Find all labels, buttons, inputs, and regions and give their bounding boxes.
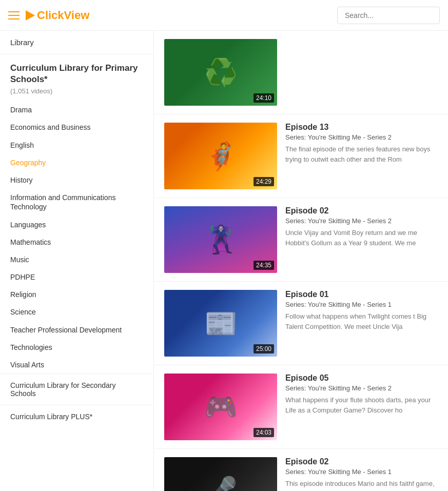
sidebar-item-english[interactable]: English: [10, 136, 143, 154]
sidebar-nav-list: DramaEconomics and BusinessEnglishGeogra…: [10, 101, 143, 374]
video-description: Uncle Vijay and Vomit Boy return and we …: [285, 228, 438, 248]
video-list: ♻️ 24:10 🦸 24:29 Episode 13 Series: You'…: [154, 31, 448, 491]
logo-text: ClickView: [37, 9, 89, 22]
sidebar-item-science[interactable]: Science: [10, 303, 143, 321]
menu-button[interactable]: [8, 11, 20, 19]
video-series: Series: You're Skitting Me - Series 2: [285, 217, 438, 225]
video-item: 🦹 24:35 Episode 02 Series: You're Skitti…: [154, 198, 448, 282]
video-item: ♻️ 24:10: [154, 31, 448, 114]
video-duration: 24:29: [254, 177, 274, 186]
search-input[interactable]: [337, 7, 440, 24]
video-duration: 25:00: [254, 344, 274, 353]
video-description: The final episode of the series features…: [285, 144, 438, 164]
logo-click: Click: [37, 9, 64, 22]
video-series: Series: You're Skitting Me - Series 1: [285, 301, 438, 308]
video-duration: 24:03: [254, 428, 274, 437]
header-left: ClickView: [8, 9, 89, 22]
sidebar-primary-section: Curriculum Library for Primary Schools* …: [0, 54, 153, 374]
video-title: Episode 13: [285, 123, 438, 132]
video-info: Episode 02 Series: You're Skitting Me - …: [277, 206, 438, 248]
video-info: Episode 01 Series: You're Skitting Me - …: [277, 290, 438, 331]
sidebar-item-technologies[interactable]: Technologies: [10, 339, 143, 356]
video-thumbnail[interactable]: 🦹 24:35: [164, 206, 277, 273]
video-title: Episode 01: [285, 290, 438, 299]
sidebar-item-music[interactable]: Music: [10, 251, 143, 268]
main-content: ♻️ 24:10 🦸 24:29 Episode 13 Series: You'…: [154, 31, 448, 491]
sidebar-secondary-link[interactable]: Curriculum Library for Secondary Schools: [0, 374, 153, 405]
video-duration: 24:10: [254, 93, 274, 103]
video-description: Follow what happens when Twilight comes …: [285, 311, 438, 331]
logo[interactable]: ClickView: [26, 9, 89, 22]
video-thumbnail[interactable]: 📰 25:00: [164, 290, 277, 357]
video-series: Series: You're Skitting Me - Series 1: [285, 468, 438, 476]
video-series: Series: You're Skitting Me - Series 2: [285, 133, 438, 141]
video-info: Episode 13 Series: You're Skitting Me - …: [277, 123, 438, 164]
video-title: Episode 05: [285, 374, 438, 383]
logo-view: View: [64, 9, 90, 22]
video-series: Series: You're Skitting Me - Series 2: [285, 384, 438, 392]
sidebar-item-tpd[interactable]: Teacher Professional Development: [10, 321, 143, 339]
video-description: This episode introduces Mario and his fa…: [285, 479, 438, 491]
sidebar-item-mathematics[interactable]: Mathematics: [10, 233, 143, 251]
video-thumbnail[interactable]: 🦸 24:29: [164, 123, 277, 189]
video-thumbnail[interactable]: 🎮 24:03: [164, 374, 277, 440]
video-description: What happens if your flute shoots darts,…: [285, 395, 438, 415]
logo-play-icon: [26, 10, 35, 21]
sidebar-primary-count: (1,051 videos): [10, 87, 143, 95]
sidebar-item-economics[interactable]: Economics and Business: [10, 119, 143, 136]
video-title: Episode 02: [285, 206, 438, 215]
sidebar-item-geography[interactable]: Geography: [10, 154, 143, 171]
video-thumbnail[interactable]: ♻️ 24:10: [164, 39, 277, 106]
sidebar-item-religion[interactable]: Religion: [10, 286, 143, 303]
video-duration: 24:35: [254, 261, 274, 270]
sidebar-primary-title: Curriculum Library for Primary Schools*: [10, 63, 143, 85]
sidebar-item-pdhpe[interactable]: PDHPE: [10, 268, 143, 286]
video-item: 🎮 24:03 Episode 05 Series: You're Skitti…: [154, 365, 448, 449]
sidebar-item-drama[interactable]: Drama: [10, 101, 143, 119]
video-info: Episode 02 Series: You're Skitting Me - …: [277, 457, 438, 491]
layout: Library Curriculum Library for Primary S…: [0, 31, 448, 491]
sidebar-item-languages[interactable]: Languages: [10, 216, 143, 233]
thumb-icon: 🎤: [164, 457, 277, 491]
video-item: 🎤 25:07 Episode 02 Series: You're Skitti…: [154, 449, 448, 491]
video-item: 📰 25:00 Episode 01 Series: You're Skitti…: [154, 282, 448, 365]
sidebar-library-link[interactable]: Library: [0, 31, 153, 54]
sidebar: Library Curriculum Library for Primary S…: [0, 31, 154, 491]
video-title: Episode 02: [285, 457, 438, 466]
sidebar-item-ict[interactable]: Information and Communications Technolog…: [10, 189, 143, 215]
sidebar-item-visual-arts[interactable]: Visual Arts: [10, 356, 143, 374]
sidebar-plus-link[interactable]: Curriculum Library PLUS*: [0, 405, 153, 428]
sidebar-item-history[interactable]: History: [10, 171, 143, 189]
video-item: 🦸 24:29 Episode 13 Series: You're Skitti…: [154, 114, 448, 198]
video-thumbnail[interactable]: 🎤 25:07: [164, 457, 277, 491]
header: ClickView: [0, 0, 448, 31]
video-info: Episode 05 Series: You're Skitting Me - …: [277, 374, 438, 415]
